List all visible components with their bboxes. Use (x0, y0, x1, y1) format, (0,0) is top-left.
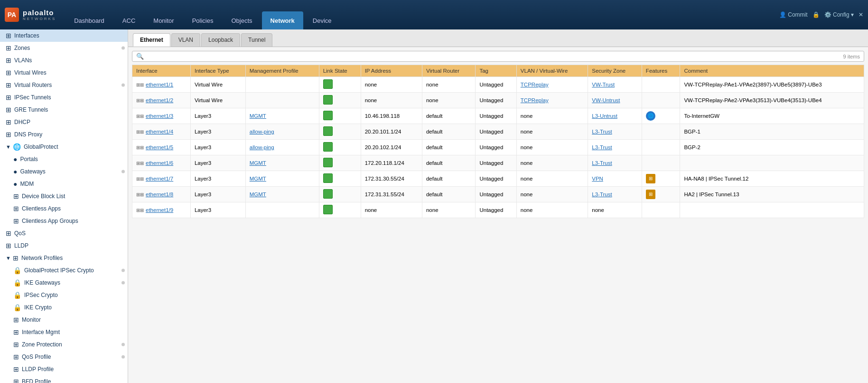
interface-link[interactable]: ethernet1/6 (146, 160, 173, 166)
interface-link[interactable]: ethernet1/8 (146, 192, 173, 197)
nav-tab-monitor[interactable]: Monitor (145, 11, 182, 29)
cell-mgmt: allow-ping (245, 124, 319, 140)
mgmt-link[interactable]: allow-ping (250, 144, 274, 150)
cell-tag: Untagged (476, 140, 516, 155)
interface-link[interactable]: ethernet1/4 (146, 129, 173, 134)
interface-link[interactable]: ethernet1/3 (146, 113, 173, 119)
col-type: Interface Type (190, 65, 245, 77)
sidebar-item-ipsec-crypto[interactable]: 🔒 IPSec Crypto (0, 289, 128, 301)
config-button[interactable]: ⚙️ Config ▾ (824, 11, 854, 18)
nav-tab-device[interactable]: Device (304, 11, 340, 29)
cell-ip: none (361, 93, 422, 108)
zone-link[interactable]: VW-Untrust (592, 97, 620, 103)
vlan-link[interactable]: TCPReplay (521, 97, 549, 103)
sidebar-item-gateways[interactable]: ● Gateways (0, 165, 128, 178)
sidebar-item-clientless-app-groups[interactable]: ⊞ Clientless App Groups (0, 215, 128, 227)
tab-vlan[interactable]: VLAN (171, 33, 200, 47)
top-right-actions: 👤 Commit 🔒 ⚙️ Config ▾ ✕ (779, 11, 863, 18)
sidebar-item-qos-profile[interactable]: ⊞ QoS Profile (0, 351, 128, 363)
search-input[interactable] (147, 53, 840, 60)
sidebar-item-zones[interactable]: ⊞ Zones (0, 42, 128, 54)
sidebar-item-qos[interactable]: ⊞ QoS (0, 227, 128, 239)
interface-link[interactable]: ethernet1/9 (146, 207, 173, 213)
cell-type: Layer3 (190, 171, 245, 187)
interface-link[interactable]: ethernet1/1 (146, 82, 173, 87)
logo-sub: NETWORKS (23, 17, 56, 21)
sidebar-label-ca: Clientless Apps (22, 205, 124, 212)
tab-ethernet[interactable]: Ethernet (133, 33, 170, 47)
tab-tunnel[interactable]: Tunnel (241, 33, 272, 47)
cell-features (642, 77, 680, 93)
sidebar-item-monitor[interactable]: ⊞ Monitor (0, 314, 128, 326)
interface-link[interactable]: ethernet1/2 (146, 97, 173, 103)
zone-link[interactable]: L3-Trust (592, 144, 612, 150)
nav-tab-policies[interactable]: Policies (184, 11, 222, 29)
sidebar-item-zone-protection[interactable]: ⊞ Zone Protection (0, 338, 128, 351)
zone-link[interactable]: VW-Trust (592, 82, 615, 87)
search-bar: 🔍 9 items (132, 51, 864, 62)
table-row: ⊞⊞ethernet1/4Layer3allow-ping20.20.101.1… (132, 124, 864, 140)
zone-link[interactable]: L3-Trust (592, 192, 612, 197)
vlan-link[interactable]: TCPReplay (521, 82, 549, 87)
sidebar-label-ifmgmt: Interface Mgmt (22, 329, 124, 335)
link-state-icon (323, 189, 333, 199)
sidebar-item-clientless-apps[interactable]: ⊞ Clientless Apps (0, 202, 128, 215)
nav-tab-acc[interactable]: ACC (114, 11, 144, 29)
sidebar-item-portals[interactable]: ● Portals (0, 153, 128, 165)
cell-link-state (319, 202, 361, 218)
mgmt-link[interactable]: MGMT (250, 192, 266, 197)
cell-comment: BGP-1 (680, 124, 864, 140)
sidebar-item-lldp-profile[interactable]: ⊞ LLDP Profile (0, 363, 128, 375)
sidebar-item-gre-tunnels[interactable]: ⊞ GRE Tunnels (0, 104, 128, 116)
cell-type: Virtual Wire (190, 77, 245, 93)
sidebar-item-ike-crypto[interactable]: 🔒 IKE Crypto (0, 301, 128, 314)
zone-link[interactable]: L3-Trust (592, 129, 612, 134)
sidebar-item-ipsec-tunnels[interactable]: ⊞ IPSec Tunnels (0, 91, 128, 104)
sidebar-item-mdm[interactable]: ● MDM (0, 178, 128, 190)
nav-tab-objects[interactable]: Objects (223, 11, 261, 29)
sidebar-item-dhcp[interactable]: ⊞ DHCP (0, 116, 128, 128)
sidebar-item-globalprotect[interactable]: ▼ 🌐 GlobalProtect (0, 141, 128, 153)
tab-loopback[interactable]: Loopback (201, 33, 240, 47)
zone-link[interactable]: L3-Untrust (592, 113, 617, 119)
sidebar-item-interfaces[interactable]: ⊞ Interfaces (0, 29, 128, 42)
sidebar-item-vlans[interactable]: ⊞ VLANs (0, 54, 128, 67)
sidebar-item-virtual-wires[interactable]: ⊞ Virtual Wires (0, 67, 128, 79)
sidebar-item-gp-ipsec-crypto[interactable]: 🔒 GlobalProtect IPSec Crypto (0, 264, 128, 277)
sidebar-item-bfd-profile[interactable]: ⊞ BFD Profile (0, 375, 128, 383)
sidebar-item-network-profiles[interactable]: ▼ ⊞ Network Profiles (0, 252, 128, 264)
cell-features: ⊞ (642, 187, 680, 202)
nav-tab-dashboard[interactable]: Dashboard (65, 11, 113, 29)
sidebar-item-interface-mgmt[interactable]: ⊞ Interface Mgmt (0, 326, 128, 338)
mgmt-link[interactable]: MGMT (250, 160, 266, 166)
cell-mgmt: MGMT (245, 108, 319, 124)
col-tag: Tag (476, 65, 516, 77)
qosp-dot (121, 355, 125, 359)
link-state-icon (323, 111, 333, 120)
sidebar-item-virtual-routers[interactable]: ⊞ Virtual Routers (0, 79, 128, 91)
mgmt-link[interactable]: MGMT (250, 176, 266, 182)
disconnect-icon[interactable]: ✕ (859, 11, 863, 18)
zone-link[interactable]: VPN (592, 176, 603, 182)
sidebar-item-ike-gateways[interactable]: 🔒 IKE Gateways (0, 277, 128, 289)
mgmt-link[interactable]: allow-ping (250, 129, 274, 134)
cell-ip: 20.20.101.1/24 (361, 124, 422, 140)
cell-tag: Untagged (476, 77, 516, 93)
sidebar-item-lldp[interactable]: ⊞ LLDP (0, 239, 128, 252)
lock-icon: 🔒 (812, 11, 820, 18)
zone-link[interactable]: L3-Trust (592, 160, 612, 166)
sidebar-label-np: Network Profiles (21, 255, 124, 261)
sidebar-label-ipseccrypto: IPSec Crypto (24, 292, 124, 298)
interface-link[interactable]: ethernet1/5 (146, 144, 173, 150)
commit-button[interactable]: 👤 Commit (779, 11, 808, 18)
mgmt-link[interactable]: MGMT (250, 113, 266, 119)
sidebar-item-dns-proxy[interactable]: ⊞ DNS Proxy (0, 128, 128, 141)
bfdp-icon: ⊞ (13, 378, 19, 383)
interfaces-icon: ⊞ (6, 32, 11, 39)
sidebar-label-vlans: VLANs (14, 57, 124, 64)
sidebar-item-device-block-list[interactable]: ⊞ Device Block List (0, 190, 128, 202)
nav-tab-network[interactable]: Network (262, 11, 303, 29)
interface-link[interactable]: ethernet1/7 (146, 176, 173, 182)
cell-vr: none (422, 77, 476, 93)
cell-link-state (319, 140, 361, 155)
